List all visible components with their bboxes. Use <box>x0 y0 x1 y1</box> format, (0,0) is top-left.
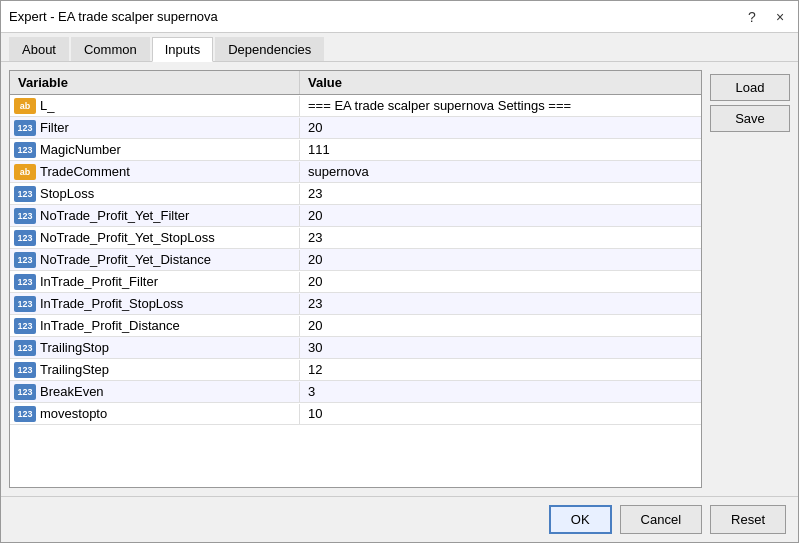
type-badge: ab <box>14 164 36 180</box>
cell-value[interactable]: === EA trade scalper supernova Settings … <box>300 96 701 115</box>
title-actions: ? × <box>742 7 790 27</box>
cell-value[interactable]: 30 <box>300 338 701 357</box>
table-row[interactable]: 123TrailingStop30 <box>10 337 701 359</box>
cell-value[interactable]: 20 <box>300 272 701 291</box>
cell-value[interactable]: 3 <box>300 382 701 401</box>
footer: OK Cancel Reset <box>1 496 798 542</box>
variable-name: TradeComment <box>40 164 130 179</box>
table-row[interactable]: 123TrailingStep12 <box>10 359 701 381</box>
type-badge: 123 <box>14 362 36 378</box>
cell-value[interactable]: 23 <box>300 294 701 313</box>
cancel-button[interactable]: Cancel <box>620 505 702 534</box>
cell-value[interactable]: supernova <box>300 162 701 181</box>
table-row[interactable]: 123Filter20 <box>10 117 701 139</box>
cell-variable: 123TrailingStop <box>10 338 300 358</box>
help-button[interactable]: ? <box>742 7 762 27</box>
cell-variable: abTradeComment <box>10 162 300 182</box>
title-bar: Expert - EA trade scalper supernova ? × <box>1 1 798 33</box>
variable-table: Variable Value abL_=== EA trade scalper … <box>9 70 702 488</box>
variable-name: Filter <box>40 120 69 135</box>
cell-value[interactable]: 20 <box>300 250 701 269</box>
variable-name: NoTrade_Profit_Yet_StopLoss <box>40 230 215 245</box>
cell-variable: 123InTrade_Profit_Filter <box>10 272 300 292</box>
type-badge: 123 <box>14 340 36 356</box>
variable-name: L_ <box>40 98 54 113</box>
load-button[interactable]: Load <box>710 74 790 101</box>
table-row[interactable]: 123StopLoss23 <box>10 183 701 205</box>
window-title: Expert - EA trade scalper supernova <box>9 9 218 24</box>
tab-common[interactable]: Common <box>71 37 150 61</box>
main-window: Expert - EA trade scalper supernova ? × … <box>0 0 799 543</box>
cell-value[interactable]: 23 <box>300 228 701 247</box>
type-badge: 123 <box>14 186 36 202</box>
variable-name: TrailingStop <box>40 340 109 355</box>
col-header-variable: Variable <box>10 71 300 94</box>
cell-variable: 123MagicNumber <box>10 140 300 160</box>
cell-variable: 123movestopto <box>10 404 300 424</box>
variable-name: InTrade_Profit_StopLoss <box>40 296 183 311</box>
type-badge: 123 <box>14 120 36 136</box>
type-badge: 123 <box>14 318 36 334</box>
cell-variable: 123Filter <box>10 118 300 138</box>
table-row[interactable]: 123NoTrade_Profit_Yet_Filter20 <box>10 205 701 227</box>
table-body[interactable]: abL_=== EA trade scalper supernova Setti… <box>10 95 701 487</box>
table-row[interactable]: 123InTrade_Profit_Filter20 <box>10 271 701 293</box>
variable-name: TrailingStep <box>40 362 109 377</box>
cell-value[interactable]: 20 <box>300 118 701 137</box>
variable-name: BreakEven <box>40 384 104 399</box>
table-row[interactable]: 123InTrade_Profit_StopLoss23 <box>10 293 701 315</box>
cell-value[interactable]: 20 <box>300 316 701 335</box>
table-header: Variable Value <box>10 71 701 95</box>
reset-button[interactable]: Reset <box>710 505 786 534</box>
variable-name: InTrade_Profit_Filter <box>40 274 158 289</box>
variable-name: movestopto <box>40 406 107 421</box>
cell-variable: 123NoTrade_Profit_Yet_Distance <box>10 250 300 270</box>
type-badge: 123 <box>14 384 36 400</box>
table-row[interactable]: 123NoTrade_Profit_Yet_Distance20 <box>10 249 701 271</box>
side-buttons-panel: Load Save <box>710 70 790 488</box>
table-row[interactable]: 123BreakEven3 <box>10 381 701 403</box>
tab-bar: About Common Inputs Dependencies <box>1 33 798 62</box>
table-row[interactable]: abTradeCommentsupernova <box>10 161 701 183</box>
tab-inputs[interactable]: Inputs <box>152 37 213 62</box>
cell-variable: 123InTrade_Profit_Distance <box>10 316 300 336</box>
table-row[interactable]: 123NoTrade_Profit_Yet_StopLoss23 <box>10 227 701 249</box>
cell-variable: abL_ <box>10 96 300 116</box>
type-badge: 123 <box>14 142 36 158</box>
cell-value[interactable]: 111 <box>300 140 701 159</box>
cell-value[interactable]: 10 <box>300 404 701 423</box>
variable-name: StopLoss <box>40 186 94 201</box>
type-badge: 123 <box>14 274 36 290</box>
type-badge: 123 <box>14 252 36 268</box>
cell-variable: 123TrailingStep <box>10 360 300 380</box>
cell-variable: 123InTrade_Profit_StopLoss <box>10 294 300 314</box>
cell-variable: 123StopLoss <box>10 184 300 204</box>
col-header-value: Value <box>300 71 701 94</box>
type-badge: 123 <box>14 208 36 224</box>
tab-dependencies[interactable]: Dependencies <box>215 37 324 61</box>
variable-name: MagicNumber <box>40 142 121 157</box>
close-button[interactable]: × <box>770 7 790 27</box>
table-row[interactable]: 123movestopto10 <box>10 403 701 425</box>
variable-name: NoTrade_Profit_Yet_Distance <box>40 252 211 267</box>
cell-variable: 123BreakEven <box>10 382 300 402</box>
table-row[interactable]: abL_=== EA trade scalper supernova Setti… <box>10 95 701 117</box>
type-badge: ab <box>14 98 36 114</box>
variable-name: NoTrade_Profit_Yet_Filter <box>40 208 189 223</box>
tab-about[interactable]: About <box>9 37 69 61</box>
ok-button[interactable]: OK <box>549 505 612 534</box>
cell-variable: 123NoTrade_Profit_Yet_Filter <box>10 206 300 226</box>
save-button[interactable]: Save <box>710 105 790 132</box>
cell-variable: 123NoTrade_Profit_Yet_StopLoss <box>10 228 300 248</box>
cell-value[interactable]: 23 <box>300 184 701 203</box>
main-content: Variable Value abL_=== EA trade scalper … <box>1 62 798 496</box>
type-badge: 123 <box>14 406 36 422</box>
table-row[interactable]: 123MagicNumber111 <box>10 139 701 161</box>
variable-name: InTrade_Profit_Distance <box>40 318 180 333</box>
table-row[interactable]: 123InTrade_Profit_Distance20 <box>10 315 701 337</box>
type-badge: 123 <box>14 230 36 246</box>
type-badge: 123 <box>14 296 36 312</box>
cell-value[interactable]: 20 <box>300 206 701 225</box>
cell-value[interactable]: 12 <box>300 360 701 379</box>
